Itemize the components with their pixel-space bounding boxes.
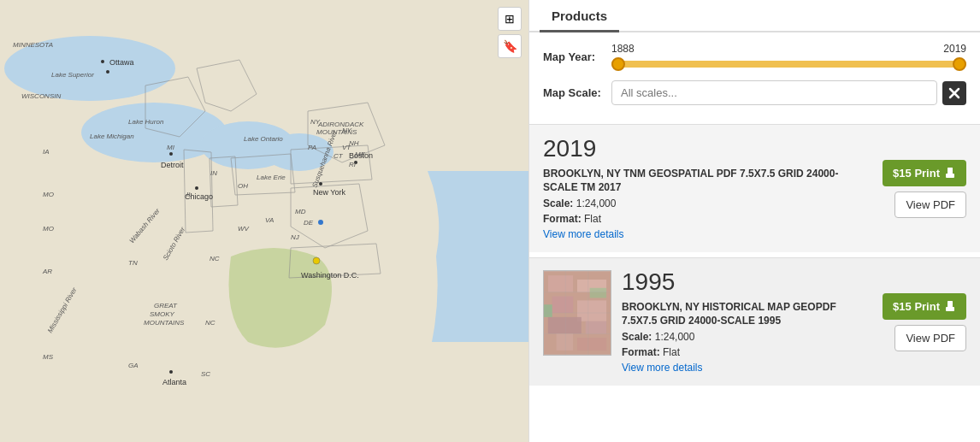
product-scale-2019: Scale: 1:24,000 [543,197,872,209]
view-pdf-button-2019[interactable]: View PDF [894,192,966,218]
product-card-1995: 1995 BROOKLYN, NY HISTORICAL MAP GEOPDF … [529,257,980,386]
svg-text:IA: IA [43,148,50,156]
year-min-label: 1888 [611,43,635,55]
slider-thumb-left[interactable] [611,57,625,71]
slider-thumb-right[interactable] [953,57,966,71]
svg-text:IL: IL [186,191,192,198]
svg-text:NC: NC [205,319,215,327]
svg-rect-74 [557,334,574,351]
print-button-1995[interactable]: $15 Print [883,293,966,320]
svg-rect-73 [586,321,606,334]
products-panel: Products Map Year: 1888 2019 [528,0,980,442]
product-info-1995: 1995 BROOKLYN, NY HISTORICAL MAP GEOPDF … [622,270,872,374]
svg-text:New York: New York [313,188,346,197]
svg-point-7 [106,70,109,74]
tab-bar: Products [529,0,980,32]
svg-text:SMOKY: SMOKY [150,310,175,318]
product-year-1995: 1995 [622,270,872,294]
map-controls: ⊞ 🔖 [498,7,522,58]
svg-rect-66 [947,174,953,177]
svg-text:IN: IN [210,169,217,177]
clear-scale-button[interactable] [942,81,966,105]
svg-text:GREAT: GREAT [154,302,178,309]
product-name-2019: BROOKLYN, NY TNM GEOSPATIAL PDF 7.5X7.5 … [543,168,872,194]
map-year-label: Map Year: [543,50,611,63]
svg-text:Ottawa: Ottawa [109,58,134,67]
svg-rect-72 [548,317,582,334]
svg-point-19 [169,370,173,374]
print-button-2019[interactable]: $15 Print [883,160,966,186]
svg-rect-76 [544,304,552,317]
svg-point-16 [318,220,323,225]
svg-text:ADIRONDACK: ADIRONDACK [317,121,364,128]
svg-text:CT: CT [334,152,344,160]
map-panel: Ottawa Detroit Chicago New York Boston W… [0,0,528,442]
scale-input[interactable] [611,80,937,105]
svg-text:WISCONSIN: WISCONSIN [21,92,61,100]
svg-rect-65 [948,168,953,174]
svg-text:Washington D.C.: Washington D.C. [301,271,359,280]
svg-rect-71 [577,301,606,321]
svg-rect-84 [948,301,953,307]
product-actions-1995: $15 Print View PDF [883,270,966,374]
svg-text:VT: VT [342,144,351,151]
svg-text:WV: WV [238,225,250,233]
product-actions-2019: $15 Print View PDF [883,137,966,240]
product-card-2019: 2019 BROOKLYN, NY TNM GEOSPATIAL PDF 7.5… [529,124,980,252]
svg-text:Lake Superior: Lake Superior [51,71,94,79]
map-year-filter: Map Year: 1888 2019 [543,43,966,70]
svg-text:MD: MD [295,208,306,215]
svg-text:RI: RI [349,161,357,168]
svg-text:MINNESOTA: MINNESOTA [13,41,53,49]
svg-text:OH: OH [238,182,248,190]
svg-text:MO: MO [43,191,54,198]
map-scale-filter: Map Scale: [543,80,966,105]
svg-rect-68 [548,275,573,292]
product-format-2019: Format: Flat [543,213,872,225]
year-range-slider[interactable]: 1888 2019 [611,43,966,70]
year-max-label: 2019 [943,43,966,55]
svg-text:ME: ME [355,150,366,158]
svg-text:MOUNTAINS: MOUNTAINS [144,319,185,327]
svg-point-17 [313,257,320,264]
product-year-2019: 2019 [543,137,872,161]
view-details-link-1995[interactable]: View more details [622,362,872,374]
map-frame-icon[interactable]: ⊞ [498,7,522,31]
svg-text:NJ: NJ [291,233,300,241]
svg-text:Detroit: Detroit [161,161,184,169]
svg-text:Atlanta: Atlanta [162,378,186,386]
svg-rect-85 [947,308,953,310]
product-thumbnail-1995 [543,270,611,356]
product-list: 2019 BROOKLYN, NY TNM GEOSPATIAL PDF 7.5… [529,124,980,442]
svg-text:Lake Erie: Lake Erie [257,174,286,181]
product-format-1995: Format: Flat [622,346,872,358]
svg-text:TN: TN [128,259,138,267]
svg-text:Lake Huron: Lake Huron [128,118,164,126]
svg-point-10 [195,186,198,190]
scale-input-area [611,80,966,105]
svg-text:VA: VA [265,216,274,224]
svg-rect-77 [590,288,607,298]
svg-text:MS: MS [43,353,54,361]
svg-text:MI: MI [167,144,175,151]
svg-rect-70 [552,297,573,314]
svg-text:Lake Michigan: Lake Michigan [90,133,134,140]
map-scale-label: Map Scale: [543,86,611,99]
filters-section: Map Year: 1888 2019 Ma [529,32,980,124]
svg-point-5 [101,60,104,63]
svg-text:PA: PA [308,144,316,151]
product-name-1995: BROOKLYN, NY HISTORICAL MAP GEOPDF 7.5X7… [622,301,872,327]
tab-products[interactable]: Products [540,0,619,32]
product-info-2019: 2019 BROOKLYN, NY TNM GEOSPATIAL PDF 7.5… [543,137,872,240]
svg-text:GA: GA [128,362,139,369]
product-scale-1995: Scale: 1:24,000 [622,331,872,343]
svg-text:Lake Ontario: Lake Ontario [244,135,283,143]
svg-text:MO: MO [43,225,54,233]
view-details-link-2019[interactable]: View more details [543,228,872,240]
svg-point-8 [169,152,173,156]
svg-text:DE: DE [304,219,314,227]
svg-text:AR: AR [42,268,52,275]
map-bookmark-icon[interactable]: 🔖 [498,34,522,58]
view-pdf-button-1995[interactable]: View PDF [894,325,966,351]
svg-rect-75 [577,338,606,351]
